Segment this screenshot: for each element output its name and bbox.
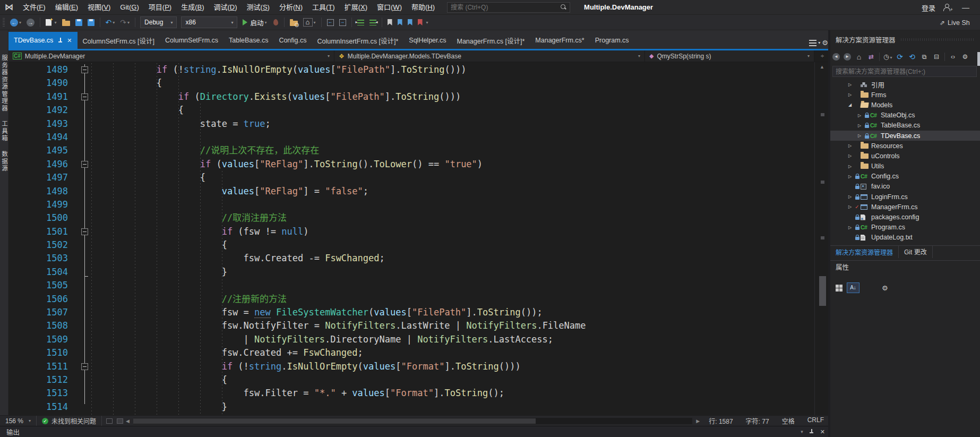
chevron-collapsed-icon[interactable]: ▷	[846, 82, 854, 87]
horizontal-scrollbar-thumb[interactable]	[133, 418, 536, 424]
document-health-indicator[interactable]: ✓ 未找到相关问题	[37, 416, 102, 426]
chevron-collapsed-icon[interactable]: ▷	[856, 123, 863, 128]
scroll-left-arrow-icon[interactable]: ◀	[123, 418, 132, 424]
menu-11[interactable]: 扩展(X)	[340, 0, 372, 15]
minimize-button[interactable]: —	[958, 3, 974, 12]
tree-item-tablebase-cs[interactable]: ▷C#TableBase.cs	[830, 121, 980, 131]
hot-reload-icon[interactable]	[273, 19, 278, 26]
menu-5[interactable]: 项目(P)	[144, 0, 176, 15]
increase-indent-button[interactable]	[368, 16, 377, 29]
code-line[interactable]: 1505	[8, 279, 586, 292]
menu-4[interactable]: Git(G)	[115, 0, 143, 15]
editor-tab[interactable]: ManagerFrm.cs [设计]*	[452, 32, 530, 49]
collapse-all-icon[interactable]: ⊟	[932, 53, 941, 61]
tree-item-packages-config[interactable]: packages.config	[830, 212, 980, 222]
tree-item-resources[interactable]: ▷Resources	[830, 141, 980, 151]
chevron-collapsed-icon[interactable]: ▷	[846, 204, 854, 209]
tree-item--[interactable]: ▷引用	[830, 80, 980, 90]
editor-tab[interactable]: TableBase.cs	[223, 32, 273, 49]
account-icon[interactable]: +	[943, 4, 950, 11]
alphabetical-view-icon[interactable]: A↓	[847, 282, 859, 293]
column-indicator[interactable]: 字符: 77	[740, 416, 776, 425]
tree-item-managerfrm-cs[interactable]: ▷✓ManagerFrm.cs	[830, 202, 980, 212]
editor-tab[interactable]: TDevBase.cs✕	[8, 32, 78, 49]
code-line[interactable]: 1491 if (Directory.Exists(values["FilePa…	[8, 90, 586, 104]
menu-9[interactable]: 分析(N)	[274, 0, 307, 15]
spaces-indicator[interactable]: 空格	[776, 416, 801, 425]
tree-item-fav-ico[interactable]: fav.ico	[830, 182, 980, 192]
code-line[interactable]: 1498 values["ReFlag"] = "false";	[8, 185, 586, 198]
solution-search-box[interactable]	[832, 66, 977, 77]
editor-tab[interactable]: ColumnSetFrm.cs	[160, 32, 223, 49]
pin-icon[interactable]	[58, 38, 63, 44]
navigate-forward-button[interactable]: →	[25, 16, 36, 29]
sync-icon[interactable]: ⟲	[908, 53, 916, 61]
clear-bookmarks-button[interactable]	[417, 16, 424, 29]
tree-item-ucontrols[interactable]: ▷uControls	[830, 151, 980, 161]
browser-link-button[interactable]: ⌂▾	[302, 16, 317, 29]
code-line[interactable]: 1499	[8, 198, 586, 211]
code-line[interactable]: 1493 state = true;	[8, 117, 586, 131]
chevron-collapsed-icon[interactable]: ▷	[846, 164, 854, 169]
tool-tab-3[interactable]: 数据源	[0, 151, 8, 173]
output-panel-header[interactable]: 输出 ▾ ✕	[0, 426, 830, 437]
code-line[interactable]: 1509 | NotifyFilters.DirectoryName | Not…	[8, 333, 586, 346]
tree-item-frms[interactable]: ▷Frms	[830, 90, 980, 100]
new-file-button[interactable]: ✦▾	[45, 16, 58, 29]
editor-tab[interactable]: Config.cs	[273, 32, 312, 49]
live-share-button[interactable]: ⇗ Live Sh	[940, 15, 980, 30]
gear-icon[interactable]: ⚙	[822, 40, 828, 46]
pin-icon[interactable]	[810, 429, 814, 434]
breadcrumb-segment-3[interactable]: ◆QmyStrSp(string s)▾	[645, 50, 814, 62]
find-in-files-button[interactable]	[289, 16, 299, 29]
tree-item-updatelog-txt[interactable]: UpdateLog.txt	[830, 233, 980, 243]
navigate-back-button[interactable]: ←▾	[9, 16, 22, 29]
fold-collapse-box[interactable]	[81, 161, 88, 168]
code-line[interactable]: 1492 {	[8, 104, 586, 117]
document-list-dropdown-icon[interactable]	[809, 40, 816, 46]
chevron-collapsed-icon[interactable]: ▷	[846, 225, 854, 230]
editor-tab[interactable]: ColumnSetFrm.cs [设计]	[78, 32, 160, 49]
code-line[interactable]: 1503 fsw.Created -= FswChanged;	[8, 252, 586, 265]
tree-item-loginfrm-cs[interactable]: ▷LoginFrm.cs	[830, 192, 980, 202]
navigate-forward-doc-button[interactable]	[338, 16, 347, 29]
code-editor[interactable]: 1489 if (!string.IsNullOrEmpty(values["F…	[8, 62, 814, 415]
tree-item-models[interactable]: ◢Models	[830, 100, 980, 110]
redo-button[interactable]: ↷▾	[119, 16, 131, 29]
code-line[interactable]: 1508 fsw.NotifyFilter = NotifyFilters.La…	[8, 319, 586, 332]
categorized-view-icon[interactable]	[836, 285, 843, 292]
quick-search-input[interactable]	[451, 4, 561, 11]
breadcrumb-segment-2[interactable]: ❖Multiple.DevManager.Models.TDevBase▾	[334, 50, 645, 62]
open-file-button[interactable]	[61, 16, 71, 29]
menu-10[interactable]: 工具(T)	[307, 0, 340, 15]
chevron-collapsed-icon[interactable]: ▷	[846, 92, 854, 97]
toggle-bookmark-button[interactable]	[386, 16, 393, 29]
tool-tab-1[interactable]: 服务器资源管理器	[0, 55, 8, 112]
code-line[interactable]: 1504 }	[8, 265, 586, 279]
view-code-icon[interactable]: ‹›	[949, 53, 957, 61]
properties-icon[interactable]: ⚙	[961, 53, 969, 61]
eol-indicator[interactable]: CRLF	[801, 416, 830, 425]
decrease-indent-button[interactable]	[356, 16, 365, 29]
fold-collapse-box[interactable]	[81, 363, 88, 370]
tree-item-program-cs[interactable]: ▷C#Program.cs	[830, 222, 980, 233]
save-all-button[interactable]	[87, 16, 96, 29]
tree-item-stateobj-cs[interactable]: ▷C#StateObj.cs	[830, 110, 980, 121]
fold-collapse-box[interactable]	[81, 66, 88, 73]
chevron-expanded-icon[interactable]: ◢	[846, 102, 854, 107]
code-line[interactable]: 1494	[8, 131, 586, 144]
breadcrumb-segment-1[interactable]: C#Multiple.DevManager▾	[8, 50, 334, 62]
code-line[interactable]: 1489 if (!string.IsNullOrEmpty(values["F…	[8, 63, 586, 76]
window-position-icon[interactable]: ▾	[801, 429, 803, 434]
sync-active-document-icon[interactable]: ⇄	[867, 53, 875, 61]
home-icon[interactable]: ⌂	[855, 53, 863, 61]
pending-changes-filter-icon[interactable]: ◷▾	[883, 53, 892, 61]
fold-collapse-box[interactable]	[81, 228, 88, 235]
code-line[interactable]: 1495 //说明上次不存在，此次存在	[8, 144, 586, 157]
tool-tab-2[interactable]: 工具箱	[0, 121, 8, 142]
chevron-collapsed-icon[interactable]: ▷	[856, 133, 863, 138]
code-line[interactable]: 1490 {	[8, 76, 586, 90]
close-icon[interactable]: ✕	[820, 429, 825, 435]
show-all-files-icon[interactable]: ⧉	[920, 53, 929, 61]
menu-7[interactable]: 调试(D)	[209, 0, 242, 15]
